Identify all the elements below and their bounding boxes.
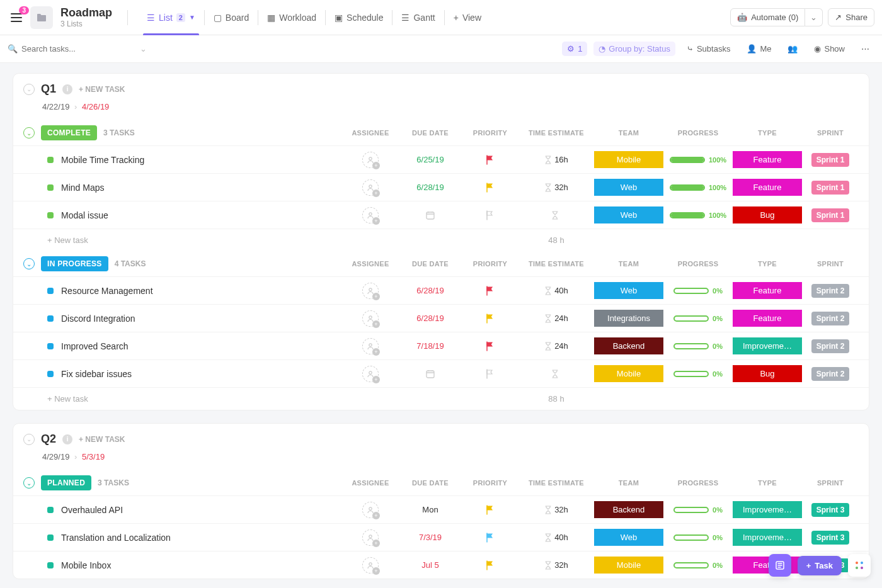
new-task-fab[interactable]: + Task <box>798 556 842 575</box>
priority-cell[interactable] <box>462 155 518 165</box>
task-row[interactable]: Modal issue Web 100% Bug Sprint 1 <box>13 201 869 229</box>
assignee-cell[interactable] <box>342 283 399 299</box>
col-due[interactable]: DUE DATE <box>399 479 462 487</box>
task-row[interactable]: Mobile Time Tracking 6/25/19 16h Mobile … <box>13 145 869 173</box>
col-due[interactable]: DUE DATE <box>399 260 462 268</box>
collapse-group-button[interactable]: ⌄ <box>23 127 35 139</box>
time-cell[interactable]: 32h <box>518 183 594 192</box>
due-cell[interactable]: 7/18/19 <box>399 341 462 351</box>
priority-cell[interactable] <box>462 341 518 351</box>
col-progress[interactable]: PROGRESS <box>663 479 733 487</box>
sprint-tag[interactable]: Sprint 2 <box>802 312 859 325</box>
filter-button[interactable]: ⚙ 1 <box>562 42 587 56</box>
team-tag[interactable]: Mobile <box>594 557 663 574</box>
subtasks-button[interactable]: ⤷ Subtasks <box>682 42 735 56</box>
team-tag[interactable]: Backend <box>594 501 663 518</box>
col-assignee[interactable]: ASSIGNEE <box>342 479 399 487</box>
col-type[interactable]: TYPE <box>733 260 802 268</box>
time-cell[interactable] <box>518 211 594 220</box>
type-tag[interactable]: Feature <box>733 151 802 168</box>
task-row[interactable]: Discord Integration 6/28/19 24h Integrat… <box>13 304 869 332</box>
task-name[interactable]: Overhauled API <box>61 505 342 515</box>
sprint-tag[interactable]: Sprint 1 <box>802 208 859 222</box>
status-dot[interactable] <box>47 212 54 218</box>
collapse-list-button[interactable]: ⌄ <box>23 434 35 445</box>
sprint-tag[interactable]: Sprint 2 <box>802 367 859 381</box>
sprint-tag[interactable]: Sprint 2 <box>802 284 859 298</box>
task-row[interactable]: Resource Management 6/28/19 40h Web 0% F… <box>13 276 869 304</box>
time-cell[interactable]: 24h <box>518 314 594 323</box>
col-time[interactable]: TIME ESTIMATE <box>518 129 594 137</box>
collapse-group-button[interactable]: ⌄ <box>23 477 35 489</box>
status-pill[interactable]: IN PROGRESS <box>41 256 108 271</box>
task-name[interactable]: Fix sidebar issues <box>61 369 342 379</box>
time-cell[interactable]: 40h <box>518 286 594 295</box>
due-cell[interactable]: 6/28/19 <box>399 183 462 192</box>
progress-cell[interactable]: 0% <box>663 506 733 514</box>
progress-cell[interactable]: 0% <box>663 562 733 569</box>
col-type[interactable]: TYPE <box>733 479 802 487</box>
col-priority[interactable]: PRIORITY <box>462 129 518 137</box>
due-cell[interactable]: 7/3/19 <box>399 533 462 542</box>
hourglass-icon[interactable] <box>551 211 559 220</box>
assignee-cell[interactable] <box>342 557 399 574</box>
priority-cell[interactable] <box>462 314 518 324</box>
priority-cell[interactable] <box>462 286 518 296</box>
priority-cell[interactable] <box>462 210 518 220</box>
time-cell[interactable]: 16h <box>518 155 594 164</box>
collapse-group-button[interactable]: ⌄ <box>23 258 35 269</box>
col-sprint[interactable]: SPRINT <box>802 129 859 137</box>
sprint-tag[interactable]: Sprint 3 <box>802 503 859 517</box>
progress-cell[interactable]: 0% <box>663 315 733 322</box>
status-dot[interactable] <box>47 157 54 163</box>
type-tag[interactable]: Bug <box>733 365 802 382</box>
progress-cell[interactable]: 0% <box>663 370 733 378</box>
team-tag[interactable]: Mobile <box>594 365 663 382</box>
due-cell[interactable]: Jul 5 <box>399 560 462 570</box>
assignee-cell[interactable] <box>342 366 399 382</box>
priority-cell[interactable] <box>462 183 518 193</box>
notepad-button[interactable] <box>769 554 791 577</box>
type-tag[interactable]: Improveme… <box>733 501 802 518</box>
calendar-icon[interactable] <box>425 210 435 220</box>
tab-add-view[interactable]: +View <box>445 0 490 35</box>
sprint-tag[interactable]: Sprint 1 <box>802 153 859 167</box>
task-name[interactable]: Mobile Inbox <box>61 560 342 570</box>
task-name[interactable]: Improved Search <box>61 341 342 351</box>
time-cell[interactable]: 40h <box>518 533 594 542</box>
priority-cell[interactable] <box>462 533 518 543</box>
assignee-cell[interactable] <box>342 502 399 518</box>
col-sprint[interactable]: SPRINT <box>802 260 859 268</box>
assignee-cell[interactable] <box>342 152 399 168</box>
priority-cell[interactable] <box>462 560 518 570</box>
calendar-icon[interactable] <box>425 369 435 379</box>
col-progress[interactable]: PROGRESS <box>663 129 733 137</box>
progress-cell[interactable]: 0% <box>663 287 733 295</box>
status-dot[interactable] <box>47 562 54 568</box>
new-task-inline[interactable]: + New task <box>47 394 88 404</box>
time-cell[interactable]: 24h <box>518 341 594 351</box>
more-button[interactable]: ⋯ <box>856 42 874 56</box>
time-cell[interactable]: 32h <box>518 505 594 514</box>
priority-cell[interactable] <box>462 505 518 515</box>
group-by-button[interactable]: ◔ Group by: Status <box>593 42 675 56</box>
assignee-cell[interactable] <box>342 529 399 546</box>
new-task-button[interactable]: + NEW TASK <box>79 435 125 444</box>
show-button[interactable]: ◉ Show <box>809 42 850 56</box>
col-assignee[interactable]: ASSIGNEE <box>342 129 399 137</box>
task-name[interactable]: Resource Management <box>61 286 342 296</box>
type-tag[interactable]: Feature <box>733 179 802 196</box>
status-dot[interactable] <box>47 371 54 377</box>
hourglass-icon[interactable] <box>551 370 559 378</box>
due-cell[interactable]: 6/28/19 <box>399 314 462 323</box>
tab-workload[interactable]: ▦Workload <box>258 0 325 35</box>
task-name[interactable]: Discord Integration <box>61 314 342 324</box>
assignee-cell[interactable] <box>342 338 399 354</box>
automate-button[interactable]: 🤖 Automate (0) <box>730 8 805 26</box>
due-cell[interactable] <box>399 369 462 379</box>
task-name[interactable]: Mind Maps <box>61 183 342 193</box>
task-row[interactable]: Overhauled API Mon 32h Backend 0% Improv… <box>13 495 869 523</box>
task-row[interactable]: Fix sidebar issues Mobile 0% Bug Sprint … <box>13 359 869 387</box>
task-row[interactable]: Mind Maps 6/28/19 32h Web 100% Feature S… <box>13 173 869 201</box>
task-name[interactable]: Translation and Localization <box>61 533 342 543</box>
